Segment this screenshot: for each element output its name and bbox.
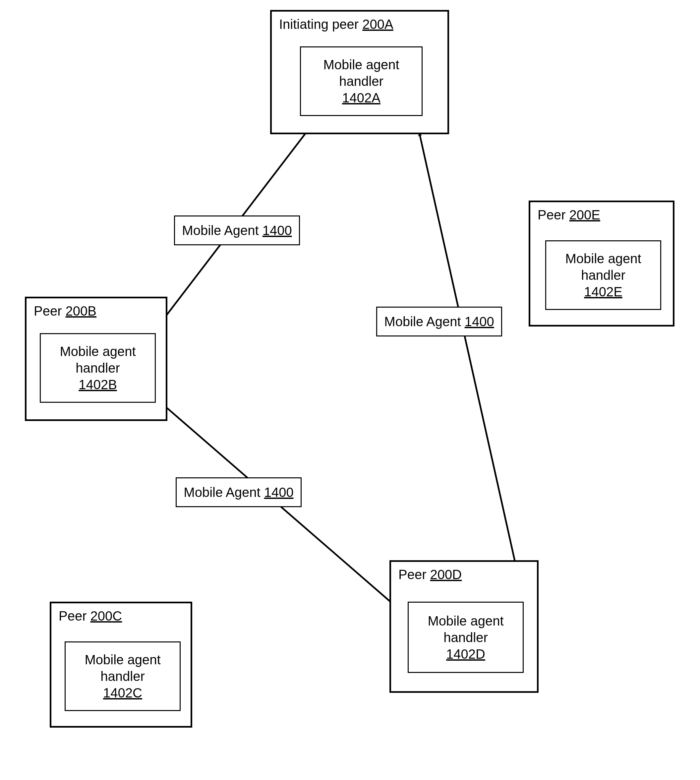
peer-box-initiating-200A: Initiating peer 200A Mobile agent handle… bbox=[270, 10, 449, 134]
mobile-agent-label-D-to-A: Mobile Agent 1400 bbox=[376, 307, 502, 337]
handler-line2-1402E: handler bbox=[581, 267, 625, 283]
handler-id-1402C: 1402C bbox=[103, 685, 142, 701]
peer-title-200E: Peer 200E bbox=[538, 208, 600, 222]
peer-title-200A: Initiating peer 200A bbox=[279, 17, 393, 32]
handler-line1-1402D: Mobile agent bbox=[428, 613, 503, 629]
handler-line2-1402C: handler bbox=[100, 668, 145, 685]
mobile-agent-label-B-to-D: Mobile Agent 1400 bbox=[176, 477, 302, 507]
handler-box-1402B: Mobile agent handler 1402B bbox=[40, 333, 156, 403]
handler-id-1402A: 1402A bbox=[342, 90, 380, 106]
peer-box-200E: Peer 200E Mobile agent handler 1402E bbox=[528, 200, 675, 327]
svg-line-2 bbox=[419, 133, 515, 563]
peer-box-200C: Peer 200C Mobile agent handler 1402C bbox=[50, 602, 192, 728]
mobile-agent-label-A-to-B: Mobile Agent 1400 bbox=[174, 215, 300, 245]
handler-box-1402C: Mobile agent handler 1402C bbox=[65, 642, 181, 711]
handler-line2-1402D: handler bbox=[443, 629, 488, 646]
peer-box-200B: Peer 200B Mobile agent handler 1402B bbox=[25, 297, 167, 421]
peer-title-200B: Peer 200B bbox=[34, 303, 97, 318]
peer-title-200C: Peer 200C bbox=[59, 608, 122, 623]
handler-box-1402A: Mobile agent handler 1402A bbox=[300, 47, 423, 116]
handler-box-1402D: Mobile agent handler 1402D bbox=[408, 602, 524, 673]
peer-box-200D: Peer 200D Mobile agent handler 1402D bbox=[390, 560, 538, 693]
peer-title-200D: Peer 200D bbox=[398, 567, 462, 582]
handler-id-1402D: 1402D bbox=[446, 646, 485, 662]
handler-box-1402E: Mobile agent handler 1402E bbox=[545, 240, 661, 310]
handler-line1-1402B: Mobile agent bbox=[60, 343, 135, 360]
handler-line2-1402B: handler bbox=[75, 360, 120, 376]
handler-line1-1402A: Mobile agent bbox=[323, 57, 399, 73]
handler-line1-1402E: Mobile agent bbox=[565, 250, 641, 267]
handler-id-1402B: 1402B bbox=[78, 376, 117, 393]
diagram-canvas: Initiating peer 200A Mobile agent handle… bbox=[0, 0, 700, 780]
handler-id-1402E: 1402E bbox=[584, 283, 622, 300]
handler-line1-1402C: Mobile agent bbox=[85, 652, 160, 668]
handler-line2-1402A: handler bbox=[339, 73, 383, 90]
